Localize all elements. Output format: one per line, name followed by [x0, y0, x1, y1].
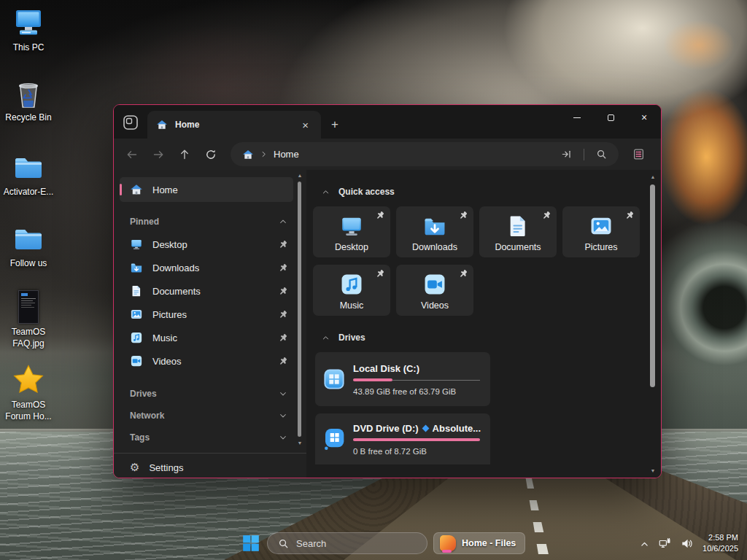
address-bar[interactable]: Home [231, 142, 619, 166]
tile-label: Videos [421, 300, 449, 311]
sidebar-section-tags[interactable]: Tags [130, 427, 287, 448]
sidebar-item-settings[interactable]: ⚙ Settings [114, 454, 306, 478]
sidebar-item-home[interactable]: Home [120, 177, 293, 202]
diamond-icon [422, 424, 429, 432]
quick-access-tile-music[interactable]: Music [313, 265, 390, 316]
maximize-button[interactable] [594, 105, 627, 130]
desktop-icon-teamos-forum[interactable]: TeamOS Forum Ho... [0, 363, 57, 422]
folder-icon [12, 152, 44, 184]
sidebar-section-network[interactable]: Network [130, 405, 287, 427]
section-label: Drives [130, 389, 157, 399]
drive-card-c[interactable]: Local Disk (C:) 43.89 GiB free of 63.79 … [315, 352, 490, 406]
back-button[interactable] [120, 143, 144, 166]
chevron-up-icon[interactable] [279, 217, 287, 226]
breadcrumb[interactable]: Home [274, 149, 299, 160]
scrollbar-thumb[interactable] [650, 184, 655, 387]
taskbar-app-label: Home - Files [462, 538, 516, 548]
tab-close-icon[interactable]: × [298, 119, 312, 131]
files-app-logo-icon [123, 114, 139, 131]
monitor-icon [130, 238, 143, 251]
search-icon[interactable] [596, 149, 607, 160]
selection-accent [120, 184, 122, 195]
videos-icon [130, 354, 143, 368]
quick-access-tile-videos[interactable]: Videos [396, 265, 473, 316]
quick-access-tile-desktop[interactable]: Desktop [313, 206, 390, 257]
sidebar-item-music[interactable]: Music [120, 326, 293, 349]
close-icon: × [641, 112, 647, 122]
sidebar-item-desktop[interactable]: Desktop [120, 233, 293, 256]
section-header-quick-access[interactable]: Quick access [322, 183, 645, 201]
monitor-icon [339, 214, 364, 238]
sidebar-item-label: Settings [149, 462, 183, 473]
refresh-button[interactable] [198, 143, 223, 166]
desktop-icon-recycle-bin[interactable]: Recycle Bin [0, 76, 57, 124]
pin-icon[interactable] [278, 357, 287, 366]
scrollbar-thumb[interactable] [298, 182, 301, 437]
pin-icon[interactable] [278, 287, 287, 296]
dvd-drive-icon [322, 427, 346, 451]
pictures-icon [130, 308, 143, 321]
scroll-down-arrow[interactable]: ▼ [296, 440, 303, 446]
content-scrollbar[interactable]: ▲ ▼ [649, 174, 657, 473]
caption-buttons: × [560, 105, 661, 130]
sidebar-item-downloads[interactable]: Downloads [120, 256, 293, 279]
scroll-down-arrow[interactable]: ▼ [649, 468, 657, 473]
section-label: Tags [130, 432, 150, 443]
chevron-up-icon[interactable] [322, 334, 330, 342]
chevron-up-icon[interactable] [640, 540, 649, 549]
sidebar-section-pinned[interactable]: Pinned [130, 211, 287, 233]
desktop-icon-activator[interactable]: Activator-E... [0, 150, 57, 198]
chevron-up-icon[interactable] [322, 188, 330, 196]
drive-card-d[interactable]: DVD Drive (D:) Absolute... 0 B free of 8… [315, 413, 490, 464]
windows-start-icon [241, 534, 260, 553]
desktop-icon-this-pc[interactable]: This PC [0, 6, 57, 54]
skip-to-end-icon[interactable] [561, 149, 572, 160]
image-thumbnail [18, 290, 39, 324]
forward-button[interactable] [146, 143, 171, 166]
chevron-down-icon[interactable] [279, 433, 287, 442]
quick-access-tile-documents[interactable]: Documents [479, 206, 557, 257]
sidebar-item-pictures[interactable]: Pictures [120, 303, 293, 326]
pin-icon[interactable] [278, 333, 287, 343]
section-header-drives[interactable]: Drives [322, 329, 645, 346]
taskbar-search[interactable] [267, 532, 427, 554]
sidebar-item-videos[interactable]: Videos [120, 349, 293, 373]
scroll-up-arrow[interactable]: ▲ [296, 173, 303, 178]
up-button[interactable] [173, 142, 196, 167]
sidebar-item-documents[interactable]: Documents [120, 279, 293, 303]
sidebar: Home Pinned Desktop Downloads Documents [114, 170, 306, 478]
details-pane-icon[interactable] [626, 143, 651, 166]
start-button[interactable] [241, 533, 261, 553]
search-input[interactable] [296, 538, 406, 549]
pin-icon [624, 211, 634, 220]
desktop-icon-follow-us[interactable]: Follow us [0, 222, 57, 270]
new-tab-button[interactable]: + [331, 117, 338, 132]
quick-access-tile-downloads[interactable]: Downloads [396, 206, 473, 257]
chevron-down-icon[interactable] [279, 411, 287, 420]
maximize-icon [608, 114, 614, 121]
tile-label: Desktop [335, 242, 368, 252]
pin-icon[interactable] [278, 310, 287, 319]
document-icon [506, 214, 530, 238]
window-titlebar: Home × + × [114, 105, 661, 139]
volume-icon[interactable] [681, 537, 693, 550]
quick-access-tile-pictures[interactable]: Pictures [562, 206, 640, 257]
scroll-up-arrow[interactable]: ▲ [649, 174, 657, 179]
taskbar-clock[interactable]: 2:58 PM 10/6/2025 [703, 532, 738, 554]
pin-icon[interactable] [278, 240, 287, 249]
sidebar-scrollbar[interactable]: ▲ ▼ [296, 173, 303, 446]
document-icon [130, 284, 143, 298]
chevron-down-icon[interactable] [279, 389, 287, 398]
section-label: Pinned [130, 217, 159, 227]
sidebar-item-label: Music [152, 332, 177, 343]
minimize-button[interactable] [560, 105, 594, 130]
sidebar-item-label: Pictures [152, 309, 187, 320]
desktop-icon-teamos-faq[interactable]: TeamOS FAQ.jpg [0, 290, 57, 349]
close-button[interactable]: × [627, 105, 661, 130]
sidebar-section-drives[interactable]: Drives [130, 383, 287, 405]
network-icon[interactable] [659, 537, 671, 550]
pin-icon[interactable] [278, 263, 287, 273]
tab-home[interactable]: Home × [147, 111, 321, 139]
taskbar-app-files[interactable]: Home - Files [433, 532, 525, 554]
drive-name: Local Disk (C:) [353, 363, 419, 374]
